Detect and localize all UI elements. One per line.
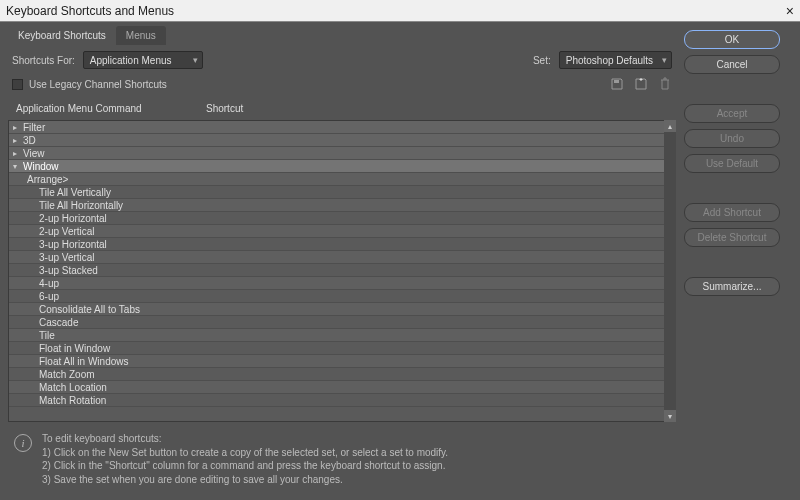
help-text: To edit keyboard shortcuts: 1) Click on … [42,432,448,486]
list-item[interactable]: Cascade [9,316,675,329]
set-label: Set: [533,55,551,66]
section-3d[interactable]: ▸3D [9,134,675,147]
help-panel: i To edit keyboard shortcuts: 1) Click o… [8,422,676,492]
set-select[interactable]: Photoshop Defaults [559,51,672,69]
scroll-up-icon[interactable]: ▴ [664,120,676,132]
list-item[interactable]: 6-up [9,290,675,303]
delete-shortcut-button[interactable]: Delete Shortcut [684,228,780,247]
svg-rect-0 [614,80,619,83]
list-item[interactable]: 3-up Stacked [9,264,675,277]
list-item[interactable]: Float in Window [9,342,675,355]
new-set-icon[interactable] [634,77,648,91]
section-filter[interactable]: ▸Filter [9,121,675,134]
set-toolbar [610,77,672,91]
dialog-body: Keyboard Shortcuts Menus Shortcuts For: … [0,22,800,500]
section-view[interactable]: ▸View [9,147,675,160]
column-headers: Application Menu Command Shortcut [8,97,676,120]
col-shortcut: Shortcut [206,103,243,114]
cancel-button[interactable]: Cancel [684,55,780,74]
window-title: Keyboard Shortcuts and Menus [6,4,174,18]
item-arrange[interactable]: Arrange> [9,173,675,186]
list-item[interactable]: Tile All Horizontally [9,199,675,212]
list-item[interactable]: 3-up Vertical [9,251,675,264]
shortcuts-for-select[interactable]: Application Menus [83,51,203,69]
command-list[interactable]: ▸Filter ▸3D ▸View ▾Window Arrange> Tile … [8,120,676,422]
list-item[interactable]: Consolidate All to Tabs [9,303,675,316]
list-item[interactable]: 3-up Horizontal [9,238,675,251]
legacy-row: Use Legacy Channel Shortcuts [8,75,676,97]
legacy-checkbox[interactable] [12,79,23,90]
section-window[interactable]: ▾Window [9,160,675,173]
list-item[interactable]: Tile All Vertically [9,186,675,199]
shortcuts-for-label: Shortcuts For: [12,55,75,66]
list-item[interactable]: Match Zoom [9,368,675,381]
scrollbar[interactable]: ▴ ▾ [664,120,676,422]
summarize-button[interactable]: Summarize... [684,277,780,296]
legacy-label: Use Legacy Channel Shortcuts [29,79,167,90]
ok-button[interactable]: OK [684,30,780,49]
chevron-down-icon: ▾ [9,162,21,171]
list-item[interactable]: 2-up Horizontal [9,212,675,225]
tab-bar: Keyboard Shortcuts Menus [8,26,676,45]
close-icon[interactable]: × [786,3,794,19]
main-panel: Keyboard Shortcuts Menus Shortcuts For: … [0,22,684,500]
col-command: Application Menu Command [16,103,206,114]
undo-button[interactable]: Undo [684,129,780,148]
accept-button[interactable]: Accept [684,104,780,123]
use-default-button[interactable]: Use Default [684,154,780,173]
list-item[interactable]: Float All in Windows [9,355,675,368]
delete-set-icon[interactable] [658,77,672,91]
list-item[interactable]: Match Rotation [9,394,675,407]
tab-menus[interactable]: Menus [116,26,166,45]
chevron-right-icon: ▸ [9,136,21,145]
list-item[interactable]: Match Location [9,381,675,394]
list-item[interactable]: Tile [9,329,675,342]
side-buttons: OK Cancel Accept Undo Use Default Add Sh… [684,22,800,500]
controls-row: Shortcuts For: Application Menus Set: Ph… [8,45,676,75]
save-set-icon[interactable] [610,77,624,91]
scroll-down-icon[interactable]: ▾ [664,410,676,422]
chevron-right-icon: ▸ [9,149,21,158]
list-item[interactable]: 4-up [9,277,675,290]
command-list-wrap: ▸Filter ▸3D ▸View ▾Window Arrange> Tile … [8,120,676,422]
chevron-right-icon: ▸ [9,123,21,132]
add-shortcut-button[interactable]: Add Shortcut [684,203,780,222]
tab-keyboard-shortcuts[interactable]: Keyboard Shortcuts [8,26,116,45]
titlebar: Keyboard Shortcuts and Menus × [0,0,800,22]
list-item[interactable]: 2-up Vertical [9,225,675,238]
info-icon: i [14,434,32,452]
